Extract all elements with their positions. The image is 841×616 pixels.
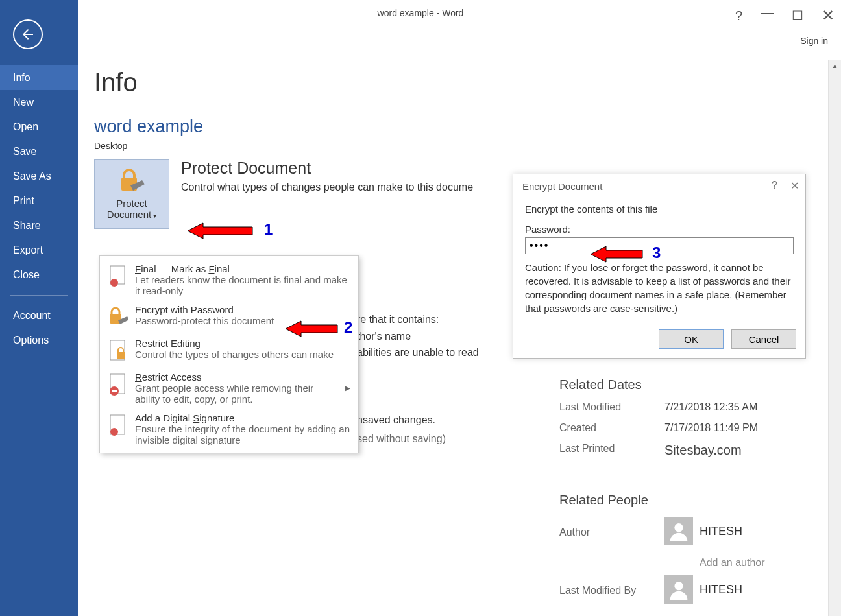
related-dates-title: Related Dates <box>559 377 758 392</box>
svg-point-10 <box>110 428 118 436</box>
sidebar-item-save[interactable]: Save <box>0 139 78 164</box>
sidebar-item-open[interactable]: Open <box>0 115 78 139</box>
help-icon[interactable]: ? <box>735 8 742 23</box>
svg-point-2 <box>110 279 118 287</box>
minimize-icon[interactable]: — <box>761 5 774 20</box>
sidebar-item-print[interactable]: Print <box>0 189 78 213</box>
window-title: word example - Word <box>378 8 464 18</box>
lock-icon <box>117 169 146 194</box>
created-value: 7/17/2018 11:49 PM <box>664 422 758 434</box>
svg-marker-13 <box>188 223 252 239</box>
back-button[interactable] <box>13 19 43 49</box>
menu-item-desc: Let readers know the document is final a… <box>135 274 350 296</box>
dialog-close-icon[interactable]: ✕ <box>790 180 799 192</box>
lock-key-icon <box>108 304 128 330</box>
annotation-arrow-2: 2 <box>286 320 357 340</box>
password-label: Password: <box>525 224 794 235</box>
sidebar-item-share[interactable]: Share <box>0 213 78 238</box>
last-printed-value: Sitesbay.com <box>664 443 742 458</box>
submenu-arrow-icon: ▶ <box>345 385 350 392</box>
menu-item-desc: Control the types of changes others can … <box>135 349 350 360</box>
document-location: Desktop <box>94 141 825 151</box>
svg-marker-15 <box>591 246 642 262</box>
sidebar: Info New Open Save Save As Print Share E… <box>0 0 78 616</box>
protect-section-title: Protect Document <box>181 159 473 178</box>
sidebar-item-saveas[interactable]: Save As <box>0 164 78 189</box>
document-signature-icon <box>108 412 128 438</box>
encrypt-document-dialog: Encrypt Document ? ✕ Encrypt the content… <box>513 174 806 359</box>
menu-item-title: Final — Mark as FinalMark as Final <box>135 263 350 274</box>
svg-rect-5 <box>117 352 125 359</box>
author-name: HITESH <box>700 525 742 538</box>
annotation-number: 1 <box>264 220 273 239</box>
menu-add-digital-signature[interactable]: Add a Digital Signature Ensure the integ… <box>100 409 358 449</box>
menu-mark-as-final[interactable]: Final — Mark as FinalMark as Final Let r… <box>100 259 358 300</box>
dialog-title: Encrypt Document <box>513 174 805 198</box>
menu-item-title: Restrict Access <box>135 372 339 383</box>
sidebar-item-close[interactable]: Close <box>0 263 78 287</box>
inspect-partial-text: re that it contains: thor's name abiliti… <box>357 311 479 361</box>
related-people-section: Related People Author HITESH Add an auth… <box>559 493 765 615</box>
protect-document-menu: Final — Mark as FinalMark as Final Let r… <box>99 255 359 453</box>
document-name: word example <box>94 117 825 137</box>
sidebar-item-new[interactable]: New <box>0 90 78 115</box>
dialog-help-icon[interactable]: ? <box>772 180 777 192</box>
protect-button-label: Protect Document▾ <box>95 198 169 220</box>
svg-point-11 <box>674 523 683 532</box>
annotation-arrow-3: 3 <box>591 245 665 265</box>
protect-document-button[interactable]: Protect Document▾ <box>94 159 169 229</box>
avatar-icon <box>664 575 693 604</box>
chevron-down-icon: ▾ <box>153 212 156 219</box>
last-modified-by-label: Last Modified By <box>559 585 664 597</box>
svg-marker-14 <box>286 321 337 337</box>
related-dates-section: Related Dates Last Modified 7/21/2018 12… <box>559 377 758 467</box>
sidebar-item-account[interactable]: Account <box>0 303 78 328</box>
sidebar-item-options[interactable]: Options <box>0 328 78 353</box>
sidebar-separator <box>10 295 68 296</box>
related-people-title: Related People <box>559 493 765 508</box>
maximize-icon[interactable]: ☐ <box>792 8 803 23</box>
last-printed-label: Last Printed <box>559 443 664 458</box>
annotation-number: 3 <box>652 244 661 262</box>
annotation-arrow-1: 1 <box>188 222 278 242</box>
sidebar-item-export[interactable]: Export <box>0 238 78 263</box>
document-no-icon <box>108 372 128 397</box>
menu-item-title: Add a Digital Signature <box>135 412 350 423</box>
ok-button[interactable]: OK <box>659 329 724 349</box>
menu-item-title: Encrypt with Password <box>135 304 350 315</box>
caution-text: Caution: If you lose or forget the passw… <box>525 261 794 315</box>
author-label: Author <box>559 527 664 538</box>
menu-item-desc: Grant people access while removing their… <box>135 383 339 405</box>
protect-section-desc: Control what types of changes people can… <box>181 182 473 193</box>
last-modified-label: Last Modified <box>559 401 664 413</box>
titlebar: word example - Word ? — ☐ ✕ <box>0 0 841 26</box>
dialog-instruction: Encrypt the contents of this file <box>525 204 794 215</box>
cancel-button[interactable]: Cancel <box>731 329 796 349</box>
annotation-number: 2 <box>344 318 352 337</box>
sidebar-item-info[interactable]: Info <box>0 65 78 90</box>
sign-in-link[interactable]: Sign in <box>800 36 828 46</box>
avatar-icon <box>664 517 693 545</box>
svg-point-12 <box>674 582 683 590</box>
page-title: Info <box>94 68 825 97</box>
document-lock-icon <box>108 338 128 364</box>
created-label: Created <box>559 422 664 434</box>
last-modified-value: 7/21/2018 12:35 AM <box>664 401 757 413</box>
svg-rect-8 <box>112 390 117 392</box>
close-icon[interactable]: ✕ <box>822 6 835 25</box>
manage-partial-text: nsaved changes. sed without saving) <box>357 411 446 449</box>
menu-restrict-access[interactable]: Restrict Access Grant people access whil… <box>100 368 358 409</box>
menu-item-desc: Ensure the integrity of the document by … <box>135 423 350 445</box>
add-author-link[interactable]: Add an author <box>700 557 765 569</box>
titlebar-controls: ? — ☐ ✕ <box>735 6 835 25</box>
document-ribbon-icon <box>108 263 128 289</box>
last-modified-by-name: HITESH <box>700 583 742 597</box>
